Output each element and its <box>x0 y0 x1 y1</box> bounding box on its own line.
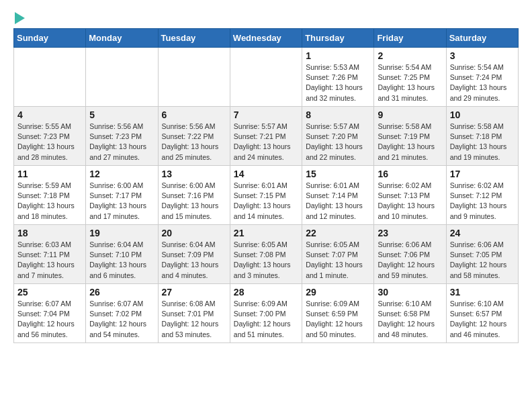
calendar-cell: 19Sunrise: 6:04 AM Sunset: 7:10 PM Dayli… <box>86 225 158 284</box>
day-number: 19 <box>89 228 154 238</box>
day-number: 15 <box>306 169 370 179</box>
day-detail: Sunrise: 5:57 AM Sunset: 7:21 PM Dayligh… <box>234 122 298 163</box>
day-number: 4 <box>17 109 82 120</box>
calendar-cell: 16Sunrise: 6:02 AM Sunset: 7:13 PM Dayli… <box>374 166 446 225</box>
day-number: 9 <box>378 109 442 120</box>
day-detail: Sunrise: 5:54 AM Sunset: 7:25 PM Dayligh… <box>378 62 442 103</box>
day-number: 6 <box>162 109 226 120</box>
day-number: 17 <box>450 169 515 179</box>
calendar-cell: 28Sunrise: 6:09 AM Sunset: 7:00 PM Dayli… <box>230 284 302 343</box>
day-number: 24 <box>450 228 515 238</box>
day-detail: Sunrise: 5:56 AM Sunset: 7:22 PM Dayligh… <box>162 122 226 163</box>
day-detail: Sunrise: 5:58 AM Sunset: 7:19 PM Dayligh… <box>378 122 442 163</box>
day-detail: Sunrise: 5:53 AM Sunset: 7:26 PM Dayligh… <box>306 62 370 103</box>
calendar-cell: 1Sunrise: 5:53 AM Sunset: 7:26 PM Daylig… <box>302 48 374 107</box>
calendar-cell: 29Sunrise: 6:09 AM Sunset: 6:59 PM Dayli… <box>302 284 374 343</box>
calendar-cell: 23Sunrise: 6:06 AM Sunset: 7:06 PM Dayli… <box>374 225 446 284</box>
calendar-cell <box>14 48 86 107</box>
calendar-cell: 25Sunrise: 6:07 AM Sunset: 7:04 PM Dayli… <box>14 284 86 343</box>
day-detail: Sunrise: 5:59 AM Sunset: 7:18 PM Dayligh… <box>17 181 82 222</box>
header-wednesday: Wednesday <box>230 29 302 48</box>
header-tuesday: Tuesday <box>158 29 230 48</box>
day-detail: Sunrise: 6:08 AM Sunset: 7:01 PM Dayligh… <box>162 299 226 340</box>
day-number: 10 <box>450 109 515 120</box>
day-number: 1 <box>306 50 370 61</box>
week-row-2: 4Sunrise: 5:55 AM Sunset: 7:23 PM Daylig… <box>14 107 519 166</box>
day-detail: Sunrise: 6:06 AM Sunset: 7:06 PM Dayligh… <box>378 240 442 281</box>
week-row-5: 25Sunrise: 6:07 AM Sunset: 7:04 PM Dayli… <box>14 284 519 343</box>
day-detail: Sunrise: 5:58 AM Sunset: 7:18 PM Dayligh… <box>450 122 515 163</box>
calendar-cell <box>230 48 302 107</box>
header-friday: Friday <box>374 29 446 48</box>
day-number: 23 <box>378 228 442 238</box>
header-sunday: Sunday <box>14 29 86 48</box>
calendar-cell: 12Sunrise: 6:00 AM Sunset: 7:17 PM Dayli… <box>86 166 158 225</box>
day-detail: Sunrise: 5:57 AM Sunset: 7:20 PM Dayligh… <box>306 122 370 163</box>
calendar-cell: 15Sunrise: 6:01 AM Sunset: 7:14 PM Dayli… <box>302 166 374 225</box>
week-row-1: 1Sunrise: 5:53 AM Sunset: 7:26 PM Daylig… <box>14 48 519 107</box>
day-detail: Sunrise: 6:04 AM Sunset: 7:09 PM Dayligh… <box>162 240 226 281</box>
day-number: 14 <box>234 169 298 179</box>
day-detail: Sunrise: 6:00 AM Sunset: 7:17 PM Dayligh… <box>89 181 154 222</box>
calendar-cell: 24Sunrise: 6:06 AM Sunset: 7:05 PM Dayli… <box>446 225 518 284</box>
day-number: 20 <box>162 228 226 238</box>
calendar-cell: 18Sunrise: 6:03 AM Sunset: 7:11 PM Dayli… <box>14 225 86 284</box>
day-detail: Sunrise: 5:56 AM Sunset: 7:23 PM Dayligh… <box>89 122 154 163</box>
day-number: 11 <box>17 169 82 179</box>
day-detail: Sunrise: 6:01 AM Sunset: 7:14 PM Dayligh… <box>306 181 370 222</box>
day-detail: Sunrise: 6:10 AM Sunset: 6:58 PM Dayligh… <box>378 299 442 340</box>
day-detail: Sunrise: 6:06 AM Sunset: 7:05 PM Dayligh… <box>450 240 515 281</box>
day-number: 8 <box>306 109 370 120</box>
day-number: 30 <box>378 287 442 298</box>
day-number: 31 <box>450 287 515 298</box>
day-detail: Sunrise: 6:04 AM Sunset: 7:10 PM Dayligh… <box>89 240 154 281</box>
day-detail: Sunrise: 6:10 AM Sunset: 6:57 PM Dayligh… <box>450 299 515 340</box>
calendar-cell: 9Sunrise: 5:58 AM Sunset: 7:19 PM Daylig… <box>374 107 446 166</box>
day-number: 22 <box>306 228 370 238</box>
day-number: 7 <box>234 109 298 120</box>
logo-arrow-icon <box>15 12 25 24</box>
calendar-cell: 21Sunrise: 6:05 AM Sunset: 7:08 PM Dayli… <box>230 225 302 284</box>
calendar-cell: 3Sunrise: 5:54 AM Sunset: 7:24 PM Daylig… <box>446 48 518 107</box>
logo <box>13 13 25 21</box>
day-detail: Sunrise: 6:00 AM Sunset: 7:16 PM Dayligh… <box>162 181 226 222</box>
day-number: 26 <box>89 287 154 298</box>
day-detail: Sunrise: 6:07 AM Sunset: 7:02 PM Dayligh… <box>89 299 154 340</box>
day-number: 21 <box>234 228 298 238</box>
day-number: 16 <box>378 169 442 179</box>
calendar-cell <box>158 48 230 107</box>
header-saturday: Saturday <box>446 29 518 48</box>
header-monday: Monday <box>86 29 158 48</box>
calendar-table: SundayMondayTuesdayWednesdayThursdayFrid… <box>13 28 519 343</box>
day-detail: Sunrise: 6:05 AM Sunset: 7:08 PM Dayligh… <box>234 240 298 281</box>
day-detail: Sunrise: 6:02 AM Sunset: 7:12 PM Dayligh… <box>450 181 515 222</box>
day-number: 5 <box>89 109 154 120</box>
day-number: 25 <box>17 287 82 298</box>
day-number: 27 <box>162 287 226 298</box>
calendar-cell: 20Sunrise: 6:04 AM Sunset: 7:09 PM Dayli… <box>158 225 230 284</box>
calendar-cell: 22Sunrise: 6:05 AM Sunset: 7:07 PM Dayli… <box>302 225 374 284</box>
calendar-cell: 6Sunrise: 5:56 AM Sunset: 7:22 PM Daylig… <box>158 107 230 166</box>
calendar-cell: 4Sunrise: 5:55 AM Sunset: 7:23 PM Daylig… <box>14 107 86 166</box>
calendar-cell: 13Sunrise: 6:00 AM Sunset: 7:16 PM Dayli… <box>158 166 230 225</box>
day-detail: Sunrise: 6:05 AM Sunset: 7:07 PM Dayligh… <box>306 240 370 281</box>
day-number: 2 <box>378 50 442 61</box>
weekday-header-row: SundayMondayTuesdayWednesdayThursdayFrid… <box>14 29 519 48</box>
calendar-cell: 5Sunrise: 5:56 AM Sunset: 7:23 PM Daylig… <box>86 107 158 166</box>
calendar-cell: 26Sunrise: 6:07 AM Sunset: 7:02 PM Dayli… <box>86 284 158 343</box>
day-detail: Sunrise: 6:03 AM Sunset: 7:11 PM Dayligh… <box>17 240 82 281</box>
calendar-cell: 17Sunrise: 6:02 AM Sunset: 7:12 PM Dayli… <box>446 166 518 225</box>
day-detail: Sunrise: 5:54 AM Sunset: 7:24 PM Dayligh… <box>450 62 515 103</box>
calendar-cell: 27Sunrise: 6:08 AM Sunset: 7:01 PM Dayli… <box>158 284 230 343</box>
calendar-cell: 30Sunrise: 6:10 AM Sunset: 6:58 PM Dayli… <box>374 284 446 343</box>
page-header <box>13 13 519 21</box>
day-number: 13 <box>162 169 226 179</box>
calendar-cell: 7Sunrise: 5:57 AM Sunset: 7:21 PM Daylig… <box>230 107 302 166</box>
day-detail: Sunrise: 6:01 AM Sunset: 7:15 PM Dayligh… <box>234 181 298 222</box>
day-detail: Sunrise: 5:55 AM Sunset: 7:23 PM Dayligh… <box>17 122 82 163</box>
calendar-cell: 31Sunrise: 6:10 AM Sunset: 6:57 PM Dayli… <box>446 284 518 343</box>
day-number: 3 <box>450 50 515 61</box>
day-detail: Sunrise: 6:07 AM Sunset: 7:04 PM Dayligh… <box>17 299 82 340</box>
day-detail: Sunrise: 6:09 AM Sunset: 6:59 PM Dayligh… <box>306 299 370 340</box>
calendar-cell: 8Sunrise: 5:57 AM Sunset: 7:20 PM Daylig… <box>302 107 374 166</box>
